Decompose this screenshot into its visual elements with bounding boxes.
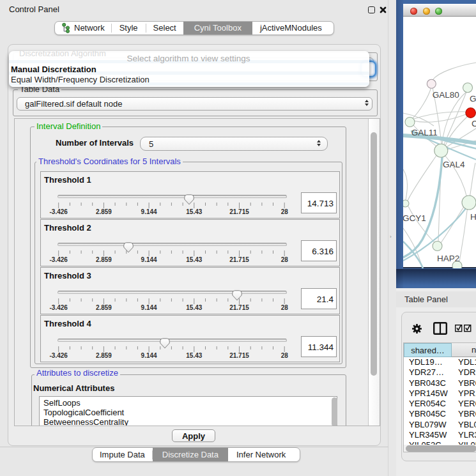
svg-text:GCY1: GCY1 bbox=[403, 213, 426, 223]
svg-text:H: H bbox=[470, 212, 476, 222]
svg-text:HAP2: HAP2 bbox=[437, 254, 459, 263]
svg-text:GAL4: GAL4 bbox=[443, 160, 465, 169]
svg-text:GAL: GAL bbox=[470, 94, 476, 104]
svg-text:GAL80: GAL80 bbox=[433, 90, 459, 100]
svg-text:GAL11: GAL11 bbox=[411, 128, 438, 137]
svg-text:C: C bbox=[472, 119, 476, 128]
